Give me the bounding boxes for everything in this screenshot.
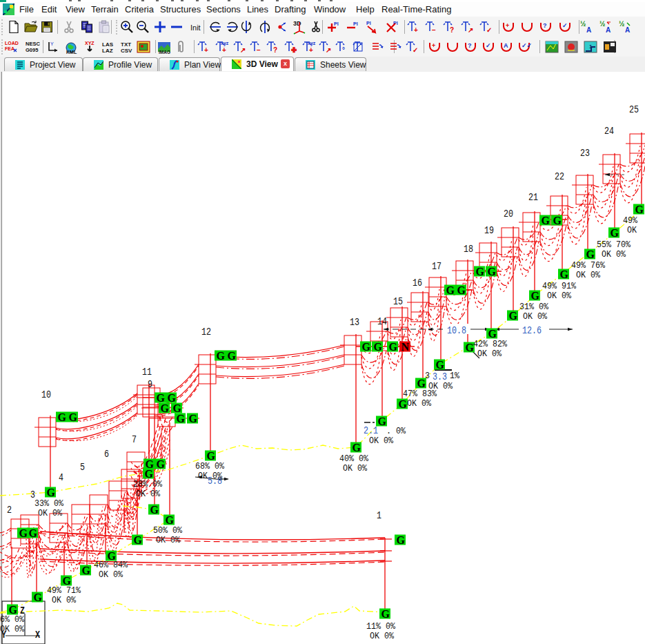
svg-text:G: G: [82, 565, 91, 576]
svg-text:OK 0%: OK 0%: [136, 489, 160, 499]
svg-text:25: 25: [629, 104, 639, 115]
svg-text:2.1: 2.1: [364, 425, 378, 436]
svg-text:12.6: 12.6: [522, 325, 542, 336]
svg-text:12: 12: [201, 326, 211, 338]
svg-text:OK 0%: OK 0%: [547, 291, 571, 301]
svg-text:55% 70%: 55% 70%: [597, 240, 631, 250]
svg-text:G: G: [553, 215, 562, 226]
svg-text:49% 71%: 49% 71%: [47, 585, 81, 596]
svg-text:OK 0%: OK 0%: [343, 463, 367, 474]
svg-text:G: G: [9, 604, 18, 616]
svg-text:15: 15: [393, 296, 403, 307]
svg-text:G: G: [446, 284, 455, 296]
svg-text:G: G: [389, 341, 398, 353]
svg-text:7: 7: [132, 434, 137, 445]
svg-text:G: G: [157, 458, 166, 470]
svg-text:G: G: [397, 534, 406, 546]
svg-text:18: 18: [464, 244, 473, 255]
svg-text:G: G: [145, 468, 154, 480]
svg-text:49% 76%: 49% 76%: [571, 260, 605, 271]
svg-text:G: G: [611, 227, 619, 239]
svg-text:G: G: [476, 266, 485, 277]
svg-text:G: G: [34, 592, 43, 603]
svg-text:OK 0%: OK 0%: [576, 270, 600, 280]
svg-text:23: 23: [580, 148, 590, 159]
svg-text:33% 0%: 33% 0%: [34, 498, 63, 509]
svg-text:47% 83%: 47% 83%: [403, 389, 437, 399]
svg-text:20: 20: [504, 208, 513, 219]
svg-text:G: G: [417, 378, 426, 389]
svg-text:16: 16: [413, 277, 422, 289]
svg-text:5: 5: [80, 462, 85, 473]
svg-text:G: G: [207, 450, 216, 462]
svg-text:G: G: [228, 350, 237, 362]
svg-text:40% 0%: 40% 0%: [339, 453, 368, 464]
svg-text:G: G: [29, 527, 38, 539]
svg-text:OK 0%: OK 0%: [602, 249, 626, 260]
svg-text:G: G: [353, 442, 361, 453]
svg-text:G: G: [509, 310, 518, 322]
svg-text:G: G: [217, 350, 226, 362]
svg-text:OK: OK: [627, 225, 637, 235]
svg-text:46% 84%: 46% 84%: [94, 560, 128, 570]
svg-text:G: G: [58, 411, 67, 423]
svg-text:31% 0%: 31% 0%: [519, 302, 548, 312]
svg-text:21: 21: [528, 192, 538, 203]
svg-text:G: G: [134, 534, 143, 546]
svg-text:G: G: [177, 413, 186, 425]
svg-text:4: 4: [59, 472, 63, 483]
svg-text:G: G: [542, 215, 550, 226]
svg-text:9: 9: [148, 379, 152, 390]
svg-text:OK 0%: OK 0%: [52, 595, 76, 605]
svg-text:G: G: [161, 402, 170, 414]
svg-text:X: X: [35, 630, 40, 641]
svg-text:28% 0%: 28% 0%: [133, 479, 162, 489]
svg-text:68% 0%: 68% 0%: [195, 461, 224, 471]
svg-text:OK 0%: OK 0%: [38, 508, 62, 518]
svg-text:50% 0%: 50% 0%: [153, 525, 182, 536]
svg-text:. 0%: . 0%: [386, 426, 406, 436]
svg-text:G: G: [189, 413, 198, 425]
svg-text:G: G: [47, 487, 56, 498]
svg-text:3: 3: [30, 489, 35, 500]
svg-text:11% 0%: 11% 0%: [366, 621, 395, 632]
svg-text:G: G: [166, 514, 175, 526]
svg-text:42% 82%: 42% 82%: [473, 339, 507, 349]
svg-text:6% 0%: 6% 0%: [0, 614, 24, 625]
svg-text:OK 0%: OK 0%: [0, 624, 24, 634]
svg-text:G: G: [150, 504, 159, 516]
svg-text:G: G: [436, 359, 445, 371]
svg-text:49% 91%: 49% 91%: [542, 281, 576, 291]
svg-text:10.8: 10.8: [447, 325, 466, 336]
svg-text:G: G: [381, 608, 390, 620]
svg-text:OK 0%: OK 0%: [99, 569, 123, 580]
svg-text:OK 0%: OK 0%: [523, 311, 547, 322]
svg-text:G: G: [488, 266, 497, 277]
svg-text:6: 6: [104, 449, 109, 460]
svg-text:G: G: [63, 575, 72, 587]
svg-text:13: 13: [350, 317, 359, 328]
svg-text:17: 17: [432, 261, 441, 272]
svg-text:OK 0%: OK 0%: [198, 471, 222, 481]
svg-text:G: G: [488, 328, 497, 340]
svg-text:G: G: [531, 290, 540, 302]
svg-text:G: G: [586, 248, 595, 260]
svg-text:G: G: [457, 284, 466, 296]
svg-text:G: G: [399, 398, 408, 410]
svg-text:1: 1: [377, 510, 381, 521]
svg-text:OK 0%: OK 0%: [477, 349, 502, 359]
svg-text:OK 0%: OK 0%: [156, 535, 180, 545]
svg-text:19: 19: [484, 225, 494, 236]
svg-text:G: G: [378, 416, 387, 427]
svg-text:14: 14: [377, 316, 387, 327]
svg-text:24: 24: [604, 126, 614, 137]
svg-text:11: 11: [142, 367, 152, 378]
svg-text:N: N: [401, 341, 410, 353]
svg-text:G: G: [362, 341, 371, 353]
svg-text:G: G: [374, 341, 383, 353]
svg-text:G: G: [19, 527, 28, 539]
svg-text:G: G: [560, 269, 569, 280]
svg-text:G: G: [635, 204, 644, 215]
svg-text:G: G: [69, 411, 78, 423]
svg-text:2: 2: [7, 505, 12, 516]
